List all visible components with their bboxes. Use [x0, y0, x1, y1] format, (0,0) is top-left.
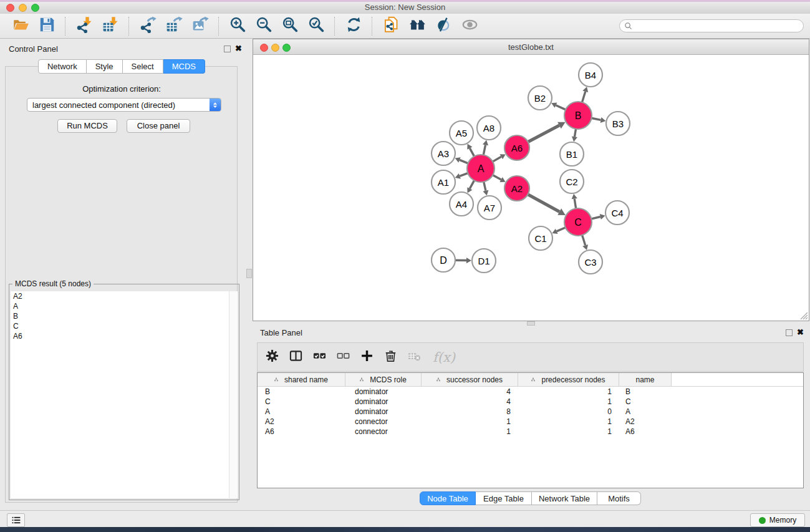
- float-panel-icon[interactable]: [224, 46, 231, 52]
- export-network-icon[interactable]: [140, 16, 157, 36]
- show-columns-icon[interactable]: [289, 349, 302, 365]
- export-table-button[interactable]: [164, 16, 184, 36]
- table-row-C[interactable]: Cdominator41C: [258, 397, 803, 407]
- add-entry-icon[interactable]: [360, 349, 374, 365]
- network-view-window: testGlobe.txt AA1A2A3A4A5A6A7A8BB1B2B3B4…: [253, 39, 809, 321]
- cell: C: [619, 397, 672, 406]
- tab-select[interactable]: Select: [123, 59, 163, 74]
- import-table-icon[interactable]: [102, 16, 119, 36]
- tab-network-table[interactable]: Network Table: [532, 491, 597, 505]
- task-history-button[interactable]: [7, 513, 25, 527]
- hide-details-button[interactable]: [433, 16, 453, 36]
- deselect-all-button[interactable]: [337, 349, 350, 365]
- apply-layout-icon[interactable]: [345, 16, 362, 36]
- cell: 4: [422, 387, 518, 396]
- apply-function-button[interactable]: f(x): [433, 350, 455, 365]
- zoom-selected-button[interactable]: [306, 16, 326, 36]
- status-bar: Memory: [0, 510, 810, 527]
- cell: 0: [518, 407, 619, 416]
- table-row-A6[interactable]: A6connector11A6: [258, 427, 803, 437]
- show-columns-button[interactable]: [289, 349, 302, 365]
- vertical-splitter-handle[interactable]: [246, 269, 252, 278]
- result-scrollbar[interactable]: [229, 291, 238, 498]
- table-row-A2[interactable]: A2connector11A2: [258, 417, 803, 427]
- import-table-button[interactable]: [100, 16, 120, 36]
- node-table: shared nameMCDS rolesuccessor nodesprede…: [257, 372, 804, 488]
- result-item-C[interactable]: C: [11, 321, 238, 331]
- table-row-A[interactable]: Adominator80A: [258, 407, 803, 417]
- table-settings-icon[interactable]: [266, 349, 279, 365]
- column-header-shared-name[interactable]: shared name: [258, 373, 345, 386]
- import-network-icon[interactable]: [76, 16, 93, 36]
- apply-layout-button[interactable]: [344, 16, 364, 36]
- close-panel-button[interactable]: Close panel: [127, 119, 190, 133]
- save-session-icon[interactable]: [39, 16, 55, 36]
- result-item-A6[interactable]: A6: [11, 331, 238, 341]
- network-from-file-icon[interactable]: [383, 16, 400, 36]
- close-panel-icon[interactable]: ✖: [235, 45, 242, 52]
- zoom-out-button[interactable]: [254, 16, 274, 36]
- tab-node-table[interactable]: Node Table: [420, 491, 476, 505]
- search-input[interactable]: [635, 21, 803, 32]
- search-field[interactable]: [619, 19, 804, 32]
- zoom-in-icon[interactable]: [229, 16, 246, 36]
- add-entry-button[interactable]: [360, 349, 374, 365]
- control-panel: Control Panel ✖ NetworkStyleSelectMCDS O…: [0, 39, 243, 511]
- zoom-out-icon[interactable]: [256, 16, 272, 36]
- select-all-icon[interactable]: [313, 349, 326, 365]
- tab-mcds[interactable]: MCDS: [163, 59, 205, 74]
- result-item-A2[interactable]: A2: [11, 291, 238, 301]
- run-mcds-button[interactable]: Run MCDS: [57, 119, 117, 133]
- hide-details-icon[interactable]: [435, 16, 452, 36]
- result-item-B[interactable]: B: [11, 311, 238, 321]
- export-network-button[interactable]: [138, 16, 158, 36]
- delete-entry-button[interactable]: [384, 349, 397, 365]
- table-panel: Table Panel ✖ f(x) shared nameMCDS roles…: [253, 324, 810, 506]
- open-session-button[interactable]: [11, 16, 31, 36]
- save-session-button[interactable]: [37, 16, 57, 36]
- tab-edge-table[interactable]: Edge Table: [476, 491, 532, 505]
- tab-motifs[interactable]: Motifs: [597, 491, 641, 505]
- zoom-in-button[interactable]: [228, 16, 248, 36]
- show-details-button[interactable]: [460, 16, 480, 36]
- delete-table-button[interactable]: [408, 349, 421, 365]
- export-image-icon[interactable]: [192, 16, 209, 36]
- column-header-predecessor-nodes[interactable]: predecessor nodes: [518, 373, 619, 386]
- optimization-dropdown[interactable]: largest connected component (directed): [27, 98, 221, 112]
- memory-button[interactable]: Memory: [750, 513, 805, 527]
- home-icon[interactable]: [409, 16, 426, 36]
- graph-edge-A6-B[interactable]: [527, 125, 559, 143]
- column-type-icon: [274, 376, 281, 383]
- network-from-file-button[interactable]: [381, 16, 401, 36]
- import-network-button[interactable]: [74, 16, 94, 36]
- select-all-button[interactable]: [313, 349, 326, 365]
- result-item-A[interactable]: A: [11, 301, 238, 311]
- network-canvas[interactable]: AA1A2A3A4A5A6A7A8BB1B2B3B4CC1C2C3C4DD1: [253, 55, 809, 321]
- table-row-B[interactable]: Bdominator41B: [258, 387, 803, 397]
- export-image-button[interactable]: [190, 16, 210, 36]
- deselect-all-icon[interactable]: [337, 349, 350, 365]
- home-button[interactable]: [407, 16, 427, 36]
- tab-style[interactable]: Style: [87, 59, 123, 74]
- table-close-icon[interactable]: ✖: [797, 329, 804, 336]
- delete-entry-icon[interactable]: [384, 349, 397, 365]
- column-label: shared name: [284, 375, 328, 384]
- graph-node-label-A6: A6: [511, 143, 523, 153]
- tab-network[interactable]: Network: [38, 59, 87, 74]
- export-table-icon[interactable]: [166, 16, 183, 36]
- graph-edge-A2-C[interactable]: [527, 194, 559, 212]
- desktop-wallpaper-strip: [0, 527, 810, 532]
- column-header-MCDS-role[interactable]: MCDS role: [345, 373, 422, 386]
- column-header-successor-nodes[interactable]: successor nodes: [422, 373, 518, 386]
- zoom-fit-button[interactable]: [280, 16, 300, 36]
- column-header-name[interactable]: name: [619, 373, 672, 386]
- zoom-fit-icon[interactable]: [282, 16, 299, 36]
- show-details-icon[interactable]: [461, 16, 478, 36]
- table-settings-button[interactable]: [266, 349, 279, 365]
- zoom-selected-icon[interactable]: [308, 16, 325, 36]
- delete-table-icon[interactable]: [408, 349, 421, 365]
- table-float-icon[interactable]: [786, 329, 793, 336]
- resize-grip-icon[interactable]: [800, 312, 808, 320]
- graph-node-label-C4: C4: [611, 208, 623, 218]
- open-session-icon[interactable]: [12, 16, 29, 36]
